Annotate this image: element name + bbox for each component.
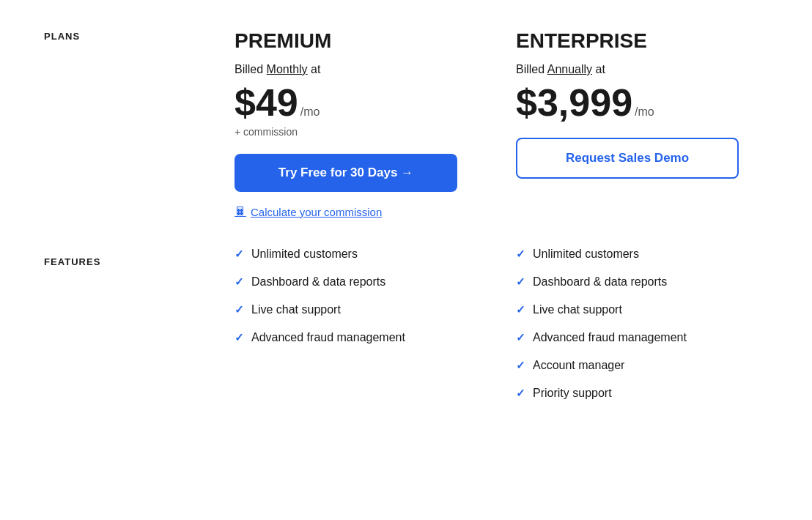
check-icon: ✓ xyxy=(235,331,244,344)
feature-label: Account manager xyxy=(533,359,624,372)
enterprise-features-list: ✓ Unlimited customers ✓ Dashboard & data… xyxy=(516,248,739,400)
premium-price-note: + commission xyxy=(235,126,457,138)
enterprise-billing-period: Annually xyxy=(547,63,592,75)
check-icon: ✓ xyxy=(516,275,525,289)
calculate-commission-link[interactable]: 🖩 Calculate your commission xyxy=(235,205,457,218)
feature-label: Advanced fraud management xyxy=(533,331,687,344)
check-icon: ✓ xyxy=(516,303,525,316)
premium-billing-prefix: Billed xyxy=(235,63,263,75)
check-icon: ✓ xyxy=(516,359,525,372)
list-item: ✓ Advanced fraud management xyxy=(235,331,457,344)
features-label-cell: FEATURES xyxy=(44,248,205,444)
list-item: ✓ Unlimited customers xyxy=(235,248,457,261)
premium-title: PREMIUM xyxy=(235,29,457,53)
premium-billing-suffix: at xyxy=(311,63,320,75)
feature-label: Priority support xyxy=(533,387,612,400)
plans-section-label: PLANS xyxy=(44,25,80,42)
feature-label: Dashboard & data reports xyxy=(533,275,667,289)
features-section-label: FEATURES xyxy=(44,250,100,267)
premium-price-row: $49 /mo xyxy=(235,83,457,122)
check-icon: ✓ xyxy=(235,275,244,289)
list-item: ✓ Dashboard & data reports xyxy=(516,275,739,289)
calculator-icon: 🖩 xyxy=(235,205,246,218)
feature-label: Live chat support xyxy=(533,303,622,316)
check-icon: ✓ xyxy=(516,387,525,400)
premium-features-column: ✓ Unlimited customers ✓ Dashboard & data… xyxy=(205,248,487,444)
list-item: ✓ Account manager xyxy=(516,359,739,372)
list-item: ✓ Unlimited customers xyxy=(516,248,739,261)
enterprise-billing: Billed Annually at xyxy=(516,63,739,76)
check-icon: ✓ xyxy=(235,248,244,261)
enterprise-price-amount: $3,999 xyxy=(516,83,632,122)
premium-cta-button[interactable]: Try Free for 30 Days → xyxy=(235,154,457,192)
enterprise-cta-button[interactable]: Request Sales Demo xyxy=(516,138,739,179)
check-icon: ✓ xyxy=(516,331,525,344)
premium-billing: Billed Monthly at xyxy=(235,63,457,76)
enterprise-billing-prefix: Billed xyxy=(516,63,545,75)
list-item: ✓ Priority support xyxy=(516,387,739,400)
enterprise-title: ENTERPRISE xyxy=(516,29,739,53)
premium-column: PREMIUM Billed Monthly at $49 /mo + comm… xyxy=(205,29,487,248)
feature-label: Advanced fraud management xyxy=(251,331,405,344)
feature-label: Unlimited customers xyxy=(533,248,639,261)
enterprise-column: ENTERPRISE Billed Annually at $3,999 /mo… xyxy=(487,29,768,248)
pricing-grid: PLANS PREMIUM Billed Monthly at $49 /mo … xyxy=(44,29,768,444)
check-icon: ✓ xyxy=(516,248,525,261)
enterprise-price-row: $3,999 /mo xyxy=(516,83,739,122)
enterprise-billing-suffix: at xyxy=(596,63,605,75)
list-item: ✓ Live chat support xyxy=(235,303,457,316)
enterprise-price-period: /mo xyxy=(635,105,654,119)
premium-price-period: /mo xyxy=(300,105,320,119)
list-item: ✓ Dashboard & data reports xyxy=(235,275,457,289)
feature-label: Live chat support xyxy=(251,303,341,316)
calc-link-label: Calculate your commission xyxy=(251,206,382,218)
enterprise-features-column: ✓ Unlimited customers ✓ Dashboard & data… xyxy=(487,248,768,444)
premium-price-amount: $49 xyxy=(235,83,298,122)
check-icon: ✓ xyxy=(235,303,244,316)
list-item: ✓ Advanced fraud management xyxy=(516,331,739,344)
feature-label: Dashboard & data reports xyxy=(251,275,385,289)
feature-label: Unlimited customers xyxy=(251,248,358,261)
premium-features-list: ✓ Unlimited customers ✓ Dashboard & data… xyxy=(235,248,457,344)
plans-label-cell: PLANS xyxy=(44,29,205,248)
list-item: ✓ Live chat support xyxy=(516,303,739,316)
premium-billing-period: Monthly xyxy=(267,63,308,75)
